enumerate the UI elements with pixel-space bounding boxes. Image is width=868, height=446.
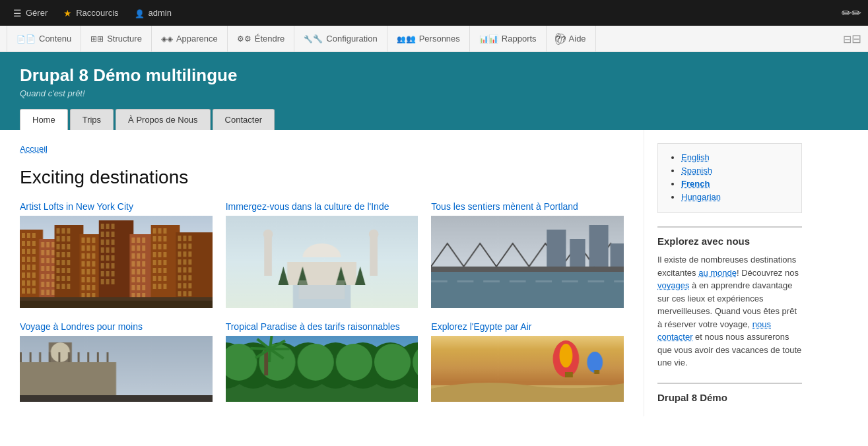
destination-image-tropical [226, 336, 418, 402]
tab-trips[interactable]: Trips [70, 109, 114, 130]
manage-button[interactable]: Gérer [7, 4, 54, 22]
main-container: Accueil Exciting destinations Artist Lof… [0, 130, 868, 416]
nav-content[interactable]: 📄 Contenu [7, 26, 81, 52]
language-block: English Spanish French Hungarian [657, 143, 802, 213]
language-item-english: English [681, 152, 791, 162]
sidebar: English Spanish French Hungarian Explore… [644, 130, 815, 416]
language-link-hungarian[interactable]: Hungarian [681, 192, 721, 202]
help-icon: ? [556, 34, 566, 44]
nav-people[interactable]: 👥 Personnes [387, 26, 470, 52]
nav-structure[interactable]: ⊞ Structure [81, 26, 152, 52]
structure-icon: ⊞ [90, 34, 104, 44]
people-icon: 👥 [397, 34, 416, 44]
destination-link-nyc[interactable]: Artist Lofts in New York City [20, 201, 213, 212]
language-link-french[interactable]: French [681, 179, 710, 189]
drupal-block-title: Drupal 8 Démo [657, 392, 802, 403]
nav-configuration[interactable]: 🔧 Configuration [294, 26, 387, 52]
explore-monde-link[interactable]: au monde [698, 268, 737, 278]
destination-image-nyc [20, 216, 213, 308]
destination-image-london [20, 336, 213, 402]
destination-link-portland[interactable]: Tous les sentiers mènent à Portland [431, 201, 624, 212]
admin-label: admin [149, 8, 172, 18]
people-label: Personnes [419, 34, 460, 44]
destination-link-india[interactable]: Immergez-vous dans la culture de l'Inde [226, 201, 418, 212]
breadcrumb-home-link[interactable]: Accueil [20, 144, 48, 154]
site-slogan: Quand c'est prêt! [20, 88, 848, 98]
destination-card-egypt: Explorez l'Egypte par Air [431, 321, 624, 402]
content-label: Contenu [39, 34, 71, 44]
destination-card-tropical: Tropical Paradise à des tarifs raisonnab… [226, 321, 418, 402]
language-list: English Spanish French Hungarian [668, 152, 791, 202]
nav-reports[interactable]: 📊 Rapports [470, 26, 547, 52]
config-icon: 🔧 [304, 34, 323, 44]
explore-voyages-link[interactable]: voyages [657, 280, 689, 290]
tab-contact[interactable]: Contacter [213, 109, 275, 130]
extend-label: Étendre [255, 34, 285, 44]
destination-link-tropical[interactable]: Tropical Paradise à des tarifs raisonnab… [226, 321, 418, 332]
explore-block-text: Il existe de nombreuses destinations exc… [657, 253, 802, 369]
configuration-label: Configuration [326, 34, 377, 44]
tab-home[interactable]: Home [20, 109, 68, 130]
destination-card-india: Immergez-vous dans la culture de l'Inde [226, 201, 418, 308]
help-label: Aide [569, 34, 586, 44]
language-link-english[interactable]: English [681, 152, 710, 162]
admin-user-button[interactable]: admin [128, 4, 178, 22]
content-area: Accueil Exciting destinations Artist Lof… [0, 130, 644, 416]
nav-extend[interactable]: ⚙ Étendre [228, 26, 295, 52]
admin-toolbar: Gérer Raccourcis admin ✏ [0, 0, 868, 26]
secondary-nav: 📄 Contenu ⊞ Structure ◈ Apparence ⚙ Éten… [0, 26, 868, 52]
reports-icon: 📊 [479, 34, 498, 44]
columns-icon: ⊟ [843, 32, 861, 46]
pencil-icon[interactable]: ✏ [842, 7, 861, 20]
primary-nav: Home Trips À Propos de Nous Contacter [20, 109, 848, 130]
destination-image-egypt [431, 336, 624, 402]
destination-link-london[interactable]: Voyage à Londres pour moins [20, 321, 213, 332]
explore-block-title: Explorez avec nous [657, 236, 802, 247]
destinations-grid: Artist Lofts in New York City Immergez-v… [20, 201, 624, 402]
layout-columns-icon[interactable]: ⊟ [843, 32, 861, 46]
manage-label: Gérer [26, 8, 48, 18]
reports-label: Rapports [502, 34, 537, 44]
drupal-block: Drupal 8 Démo [657, 383, 802, 403]
language-item-spanish: Spanish [681, 165, 791, 175]
language-link-spanish[interactable]: Spanish [681, 166, 712, 175]
nav-appearance[interactable]: ◈ Apparence [152, 26, 228, 52]
destination-card-portland: Tous les sentiers mènent à Portland [431, 201, 624, 308]
nav-help[interactable]: ? Aide [547, 26, 596, 52]
structure-label: Structure [107, 34, 142, 44]
site-title: Drupal 8 Démo multilingue [20, 65, 848, 86]
appearance-icon: ◈ [161, 34, 173, 44]
page-title: Exciting destinations [20, 167, 624, 188]
destination-image-india [226, 216, 418, 308]
shortcuts-button[interactable]: Raccourcis [57, 4, 125, 22]
explore-contact-link[interactable]: nous contacter [657, 319, 771, 342]
language-item-french: French [681, 178, 791, 189]
destination-image-portland [431, 216, 624, 308]
destination-link-egypt[interactable]: Explorez l'Egypte par Air [431, 321, 624, 332]
admin-toolbar-right: ✏ [842, 6, 861, 20]
explore-block: Explorez avec nous Il existe de nombreus… [657, 226, 802, 369]
hamburger-icon [13, 8, 22, 18]
extend-icon: ⚙ [237, 34, 251, 44]
destination-card-london: Voyage à Londres pour moins [20, 321, 213, 402]
site-header: Drupal 8 Démo multilingue Quand c'est pr… [0, 52, 868, 130]
document-icon: 📄 [17, 34, 36, 44]
shortcuts-label: Raccourcis [76, 8, 118, 18]
star-icon [63, 8, 72, 18]
user-icon [135, 8, 145, 18]
breadcrumb: Accueil [20, 143, 624, 154]
destination-card-nyc: Artist Lofts in New York City [20, 201, 213, 308]
language-item-hungarian: Hungarian [681, 191, 791, 202]
tab-about[interactable]: À Propos de Nous [116, 109, 211, 130]
appearance-label: Apparence [176, 34, 218, 44]
